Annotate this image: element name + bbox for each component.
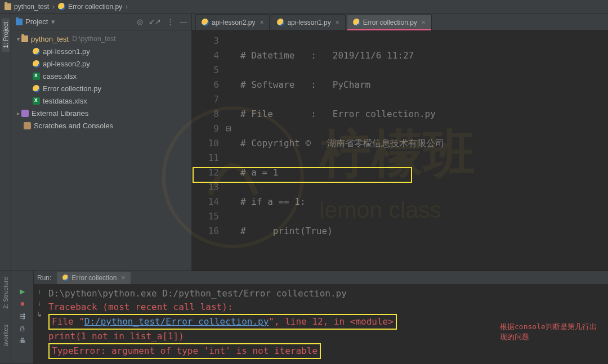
close-icon[interactable]: ×	[121, 274, 125, 282]
editor-area: api-lesson2.py × api-lesson1.py × Error …	[192, 14, 608, 271]
hide-icon[interactable]: —	[180, 17, 187, 26]
soft-wrap-icon[interactable]: ⎙	[18, 324, 27, 333]
folder-icon	[21, 35, 28, 42]
console-col: ↑ ↓ ↳	[34, 285, 45, 363]
run-label: Run:	[37, 274, 51, 282]
tree-file[interactable]: api-lesson1.py	[11, 45, 191, 57]
sidebar-tab-project[interactable]: 1: Project	[2, 18, 10, 52]
run-tab[interactable]: Error collection ×	[57, 272, 131, 284]
sidebar-tab-structure[interactable]: 2: Structure	[2, 275, 9, 311]
crumb-file[interactable]: Error collection.py	[68, 3, 122, 11]
project-icon	[16, 19, 23, 25]
code-editor[interactable]: 34 56 78 910 1112 1314 1516 ⊟ # Datetime…	[192, 30, 608, 271]
tree-libs[interactable]: ▸ External Libraries	[11, 107, 191, 119]
file-link[interactable]: D:/python_test/Error collection.py	[84, 316, 269, 327]
stop-icon[interactable]: ■	[18, 299, 27, 308]
tree-root[interactable]: ▾ python_test D:\python_test	[11, 33, 191, 45]
chevron-right-icon: ›	[52, 3, 55, 11]
chevron-right-icon: ›	[126, 3, 128, 11]
gutter: 34 56 78 910 1112 1314 1516	[192, 30, 226, 271]
python-icon	[58, 3, 65, 10]
tab-file-active[interactable]: Error collection.py ×	[347, 14, 432, 30]
close-icon[interactable]: ×	[260, 19, 263, 26]
up-icon[interactable]: ↑	[38, 288, 41, 296]
layout-icon[interactable]: ⇶	[18, 312, 27, 321]
project-panel: Project ▾ ◎ ↙↗ ⋮ — ▾ python_test D:\pyth…	[11, 14, 192, 271]
close-icon[interactable]: ×	[336, 19, 339, 26]
crumb-root[interactable]: python_test	[14, 3, 49, 11]
tree-file[interactable]: api-lesson2.py	[11, 57, 191, 70]
tree-scratches[interactable]: Scratches and Consoles	[11, 119, 191, 132]
locate-icon[interactable]: ◎	[137, 17, 143, 26]
tree-file[interactable]: cases.xlsx	[11, 70, 191, 82]
annotation: 根据console判断是第几行出现的问题	[500, 322, 601, 342]
tree-file[interactable]: testdatas.xlsx	[11, 95, 191, 107]
project-header: Project ▾ ◎ ↙↗ ⋮ —	[11, 14, 191, 30]
rerun-icon[interactable]: ▶	[18, 287, 27, 296]
sidebar-tab-favorites[interactable]: avorites	[2, 322, 9, 349]
editor-tabs: api-lesson2.py × api-lesson1.py × Error …	[192, 14, 608, 30]
run-panel: 2: Structure avorites ▶ ■ ⇶ ⎙ 🖶 Run: Err…	[0, 271, 608, 363]
side-tab-strip: 1: Project	[0, 14, 11, 271]
tab-file[interactable]: api-lesson1.py ×	[271, 14, 345, 30]
down-icon[interactable]: ↓	[38, 299, 41, 307]
collapse-icon[interactable]: ↙↗	[149, 17, 161, 26]
breadcrumb: python_test › Error collection.py ›	[0, 0, 608, 14]
project-tree: ▾ python_test D:\python_test api-lesson1…	[11, 30, 191, 134]
print-icon[interactable]: 🖶	[18, 336, 27, 345]
tab-file[interactable]: api-lesson2.py ×	[195, 14, 270, 30]
project-title[interactable]: Project	[25, 17, 48, 26]
more-icon[interactable]: ⋮	[167, 17, 174, 26]
tree-file[interactable]: Error collection.py	[11, 82, 191, 95]
wrap-icon[interactable]: ↳	[37, 311, 42, 318]
run-gutter: ▶ ■ ⇶ ⎙ 🖶	[11, 271, 34, 363]
fold-column: ⊟	[226, 30, 236, 271]
console-output[interactable]: D:\python\python.exe D:/python_test/Erro…	[45, 285, 608, 363]
folder-icon	[5, 3, 11, 10]
close-icon[interactable]: ×	[422, 19, 426, 26]
